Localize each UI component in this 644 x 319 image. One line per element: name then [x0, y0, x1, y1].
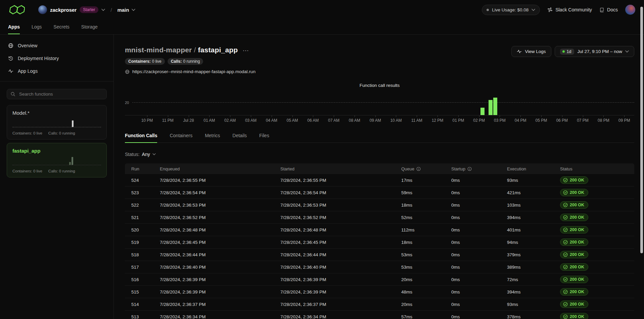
user-avatar[interactable] — [625, 5, 635, 15]
x-axis-tick-label: 08 AM — [349, 118, 360, 123]
sidebar-item-overview[interactable]: Overview — [0, 39, 113, 52]
workspace-switcher[interactable]: zackproser Starter — [38, 5, 105, 14]
cell-enqueued: 7/28/2024, 2:36:34 PM — [160, 314, 280, 319]
table-row[interactable]: 5187/28/2024, 2:36:44 PM7/28/2024, 2:36:… — [125, 249, 634, 261]
docs-link[interactable]: Docs — [599, 7, 618, 12]
scrollbar-thumb[interactable] — [640, 7, 643, 253]
check-circle-icon — [563, 252, 568, 257]
cell-run: 523 — [131, 190, 160, 195]
x-axis-tick — [479, 115, 479, 117]
stat-badge-label: Calls: — [171, 59, 182, 64]
tab-function-calls[interactable]: Function Calls — [125, 131, 157, 143]
table-row[interactable]: 5207/28/2024, 2:36:48 PM7/28/2024, 2:36:… — [125, 224, 634, 236]
search-functions-box[interactable] — [7, 89, 107, 99]
workspace-avatar — [38, 5, 47, 14]
table-row[interactable]: 5147/28/2024, 2:36:37 PM7/28/2024, 2:36:… — [125, 298, 634, 311]
cell-startup: 0ms — [451, 240, 507, 245]
table-row[interactable]: 5227/28/2024, 2:36:53 PM7/28/2024, 2:36:… — [125, 199, 634, 211]
cell-started: 7/28/2024, 2:36:39 PM — [280, 277, 401, 282]
function-card-title: fastapi_app — [12, 148, 101, 154]
sidebar-item-app-logs[interactable]: App Logs — [0, 65, 113, 77]
cell-enqueued: 7/28/2024, 2:36:52 PM — [160, 215, 280, 220]
cell-enqueued: 7/28/2024, 2:36:53 PM — [160, 203, 280, 208]
cell-started: 7/28/2024, 2:36:48 PM — [280, 227, 401, 232]
function-card-model[interactable]: Model.*Containers: 0 liveCalls: 0 runnin… — [7, 105, 107, 140]
plan-badge: Starter — [80, 6, 98, 13]
cell-status: 200 OK — [560, 226, 634, 233]
x-axis-tick-label: 02 AM — [224, 118, 236, 123]
x-axis-tick-label: 10 PM — [141, 118, 153, 123]
search-functions-input[interactable] — [18, 91, 103, 97]
check-circle-icon — [563, 277, 568, 282]
column-header-startup: Startup — [451, 166, 507, 171]
usage-dot-icon — [487, 9, 489, 11]
cell-run: 522 — [131, 203, 160, 208]
nav-tab-logs[interactable]: Logs — [32, 19, 42, 34]
x-axis-tick — [147, 115, 147, 117]
cell-startup: 0ms — [451, 289, 507, 295]
cell-queue: 18ms — [401, 203, 451, 208]
environment-switcher[interactable]: main — [117, 7, 135, 13]
topbar: zackproser Starter / main Live — [0, 0, 644, 35]
column-header-started: Started — [280, 166, 401, 171]
table-row[interactable]: 5177/28/2024, 2:36:40 PM7/28/2024, 2:36:… — [125, 261, 634, 273]
status-badge: 200 OK — [560, 238, 588, 246]
modal-logo-icon[interactable] — [8, 3, 25, 16]
sidebar-item-label: App Logs — [18, 68, 38, 74]
cell-execution: 394ms — [507, 215, 560, 220]
status-filter-dropdown[interactable]: Status: Any — [125, 152, 156, 157]
tab-files[interactable]: Files — [259, 131, 269, 143]
cell-run: 519 — [131, 240, 160, 245]
table-row[interactable]: 5157/28/2024, 2:36:39 PM7/28/2024, 2:36:… — [125, 286, 634, 298]
time-range-button[interactable]: 1d Jul 27, 9:10 PM – now — [555, 46, 634, 57]
function-card-fastapi-app[interactable]: fastapi_appContainers: 0 liveCalls: 0 ru… — [7, 143, 107, 177]
x-axis-tick — [168, 115, 168, 117]
cell-queue: 52ms — [401, 215, 451, 220]
cell-status: 200 OK — [560, 238, 634, 246]
app-name: mnist-mind-mapper — [125, 46, 192, 54]
x-axis-tick-label: 06 PM — [556, 118, 568, 123]
nav-tab-storage[interactable]: Storage — [81, 19, 98, 34]
sidebar-item-deployment-history[interactable]: Deployment History — [0, 52, 113, 65]
cell-status: 200 OK — [560, 176, 634, 184]
cell-run: 515 — [131, 289, 160, 295]
more-menu-button[interactable]: ⋯ — [242, 48, 249, 52]
nav-tab-apps[interactable]: Apps — [8, 19, 20, 34]
tab-details[interactable]: Details — [232, 131, 247, 143]
slack-community-link[interactable]: Slack Community — [547, 7, 592, 12]
cell-startup: 0ms — [451, 227, 507, 232]
tab-containers[interactable]: Containers — [170, 131, 192, 143]
tab-metrics[interactable]: Metrics — [205, 131, 220, 143]
table-row[interactable]: 5237/28/2024, 2:36:54 PM7/28/2024, 2:36:… — [125, 187, 634, 199]
cell-execution: 421ms — [507, 190, 560, 195]
info-icon[interactable] — [416, 167, 421, 171]
check-circle-icon — [563, 203, 568, 207]
table-row[interactable]: 5247/28/2024, 2:36:55 PM7/28/2024, 2:36:… — [125, 174, 634, 187]
status-badge: 200 OK — [560, 214, 588, 221]
workspace-name: zackproser — [50, 7, 77, 13]
nav-tab-secrets[interactable]: Secrets — [53, 19, 69, 34]
table-row[interactable]: 5197/28/2024, 2:36:45 PM7/28/2024, 2:36:… — [125, 236, 634, 249]
check-circle-icon — [563, 190, 568, 195]
check-circle-icon — [563, 240, 568, 245]
table-row[interactable]: 5167/28/2024, 2:36:39 PM7/28/2024, 2:36:… — [125, 273, 634, 286]
info-icon[interactable] — [467, 167, 472, 171]
live-usage-button[interactable]: Live Usage: $0.08 — [482, 5, 540, 15]
chart-bar — [489, 100, 493, 115]
x-axis-tick-label: 10 AM — [390, 118, 402, 123]
sidebar-item-label: Deployment History — [18, 56, 59, 61]
cell-startup: 0ms — [451, 314, 507, 319]
chevron-down-icon — [132, 9, 135, 11]
app-url-link[interactable]: https://zackproser--mnist-mind-mapper-fa… — [125, 69, 256, 74]
table-row[interactable]: 5137/28/2024, 2:36:34 PM7/28/2024, 2:36:… — [125, 311, 634, 319]
check-circle-icon — [563, 302, 568, 307]
x-axis-tick — [251, 115, 251, 117]
sparkline-bar — [72, 157, 73, 165]
containers-stat: Containers: 0 live — [12, 169, 42, 173]
table-row[interactable]: 5217/28/2024, 2:36:52 PM7/28/2024, 2:36:… — [125, 211, 634, 224]
calls-stat: Calls: 0 running — [48, 131, 75, 135]
environment-name: main — [117, 7, 129, 13]
view-logs-button[interactable]: View Logs — [511, 46, 551, 57]
cell-started: 7/28/2024, 2:36:37 PM — [280, 302, 401, 307]
cell-startup: 0ms — [451, 277, 507, 282]
